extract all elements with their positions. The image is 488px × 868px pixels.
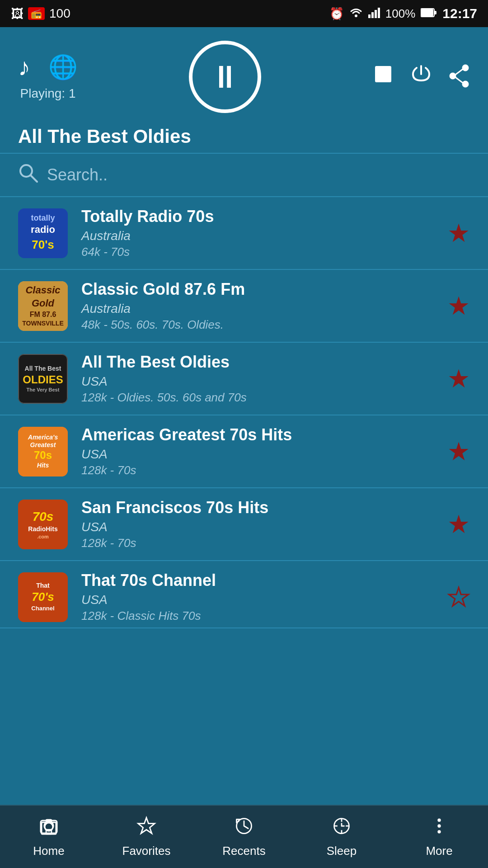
station-info: That 70s Channel USA 128k - Classic Hits… xyxy=(81,571,434,623)
station-item[interactable]: 70s RadioHits .com San Franciscos 70s Hi… xyxy=(0,488,488,561)
counter-label: 100 xyxy=(49,6,70,21)
station-item[interactable]: That 70's Channel That 70s Channel USA 1… xyxy=(0,561,488,628)
svg-point-9 xyxy=(463,65,468,71)
now-playing-section: All The Best Oldies xyxy=(0,118,488,153)
search-input[interactable] xyxy=(47,165,470,184)
recents-label: Recents xyxy=(222,844,265,858)
station-list: totally radio 70's Totally Radio 70s Aus… xyxy=(0,197,488,628)
alarm-icon: ⏰ xyxy=(329,7,344,21)
share-button[interactable] xyxy=(448,64,470,90)
player-header: ♪ 🌐 Playing: 1 ⏸ xyxy=(0,27,488,118)
station-name: San Franciscos 70s Hits xyxy=(81,498,434,517)
station-info: Americas Greatest 70s Hits USA 128k - 70… xyxy=(81,425,434,477)
favorite-star[interactable]: ★ xyxy=(447,291,470,321)
svg-rect-3 xyxy=(375,10,377,18)
search-bar xyxy=(0,154,488,197)
station-item[interactable]: Classic Gold FM 87.6 TOWNSVILLE Classic … xyxy=(0,270,488,343)
svg-rect-6 xyxy=(421,9,433,16)
pause-button[interactable]: ⏸ xyxy=(189,41,261,113)
pause-icon: ⏸ xyxy=(209,61,241,93)
svg-point-33 xyxy=(437,830,441,833)
svg-rect-8 xyxy=(375,66,391,82)
svg-line-13 xyxy=(455,77,463,83)
nav-recents[interactable]: Recents xyxy=(195,816,293,858)
more-icon xyxy=(429,816,449,840)
station-logo: America's Greatest 70s Hits xyxy=(18,427,68,476)
more-label: More xyxy=(426,844,452,858)
station-name: All The Best Oldies xyxy=(81,353,434,372)
nav-more[interactable]: More xyxy=(390,816,488,858)
station-meta: 48k - 50s. 60s. 70s. Oldies. xyxy=(81,318,434,332)
home-icon xyxy=(39,816,59,840)
svg-point-31 xyxy=(437,818,441,821)
bottom-nav: Home Favorites Recents xyxy=(0,805,488,868)
station-meta: 128k - Oldies. 50s. 60s and 70s xyxy=(81,391,434,405)
time-label: 12:17 xyxy=(442,6,477,21)
nav-home[interactable]: Home xyxy=(0,816,98,858)
svg-rect-2 xyxy=(371,12,374,18)
power-button[interactable] xyxy=(410,63,432,90)
now-playing-title: All The Best Oldies xyxy=(18,126,470,147)
favorites-icon xyxy=(136,816,156,840)
svg-rect-4 xyxy=(378,8,380,18)
station-country: Australia xyxy=(81,229,434,243)
wifi-icon xyxy=(349,6,363,21)
station-logo: 70s RadioHits .com xyxy=(18,500,68,549)
favorite-star[interactable]: ★ xyxy=(447,509,470,539)
status-bar: 🖼 📻 100 ⏰ 100% xyxy=(0,0,488,27)
favorite-star[interactable]: ★ xyxy=(447,437,470,466)
station-info: All The Best Oldies USA 128k - Oldies. 5… xyxy=(81,353,434,405)
station-item[interactable]: totally radio 70's Totally Radio 70s Aus… xyxy=(0,197,488,270)
svg-marker-22 xyxy=(138,817,155,833)
nav-sleep[interactable]: Sleep xyxy=(293,816,390,858)
station-logo: Classic Gold FM 87.6 TOWNSVILLE xyxy=(18,281,68,331)
app-icon: 📻 xyxy=(28,7,45,20)
station-info: San Franciscos 70s Hits USA 128k - 70s xyxy=(81,498,434,550)
station-country: USA xyxy=(81,593,434,607)
station-item[interactable]: All The Best OLDIES The Very Best All Th… xyxy=(0,343,488,415)
station-name: Classic Gold 87.6 Fm xyxy=(81,280,434,299)
photo-icon: 🖼 xyxy=(11,6,23,21)
status-right: ⏰ 100% 12:17 xyxy=(329,6,477,21)
svg-rect-16 xyxy=(42,822,56,834)
svg-point-32 xyxy=(437,824,441,827)
station-country: USA xyxy=(81,374,434,389)
station-logo: totally radio 70's xyxy=(18,208,68,258)
svg-rect-7 xyxy=(434,11,436,14)
favorites-label: Favorites xyxy=(122,844,171,858)
signal-icon xyxy=(368,6,380,21)
station-name: That 70s Channel xyxy=(81,571,434,590)
station-logo: All The Best OLDIES The Very Best xyxy=(18,354,68,404)
sleep-label: Sleep xyxy=(327,844,357,858)
sleep-icon xyxy=(332,816,352,840)
station-item[interactable]: America's Greatest 70s Hits Americas Gre… xyxy=(0,415,488,488)
playing-label: Playing: 1 xyxy=(20,86,76,101)
battery-icon xyxy=(421,6,437,21)
svg-point-11 xyxy=(463,81,468,87)
music-icon[interactable]: ♪ xyxy=(18,53,30,81)
station-logo: That 70's Channel xyxy=(18,572,68,622)
svg-point-10 xyxy=(450,73,455,79)
station-country: USA xyxy=(81,520,434,534)
station-meta: 64k - 70s xyxy=(81,245,434,259)
station-country: Australia xyxy=(81,302,434,316)
globe-icon[interactable]: 🌐 xyxy=(48,53,78,81)
favorite-star[interactable]: ★ xyxy=(447,364,470,393)
favorite-star[interactable]: ★ xyxy=(447,582,470,612)
stop-button[interactable] xyxy=(372,63,394,90)
station-country: USA xyxy=(81,447,434,462)
station-meta: 128k - 70s xyxy=(81,536,434,550)
search-icon xyxy=(18,163,38,187)
svg-line-12 xyxy=(455,69,463,75)
status-left: 🖼 📻 100 xyxy=(11,6,70,21)
battery-percent: 100% xyxy=(385,7,416,21)
player-left: ♪ 🌐 Playing: 1 xyxy=(18,53,78,101)
home-label: Home xyxy=(33,844,64,858)
nav-favorites[interactable]: Favorites xyxy=(98,816,195,858)
recents-icon xyxy=(234,816,254,840)
station-meta: 128k - Classic Hits 70s xyxy=(81,609,434,623)
station-meta: 128k - 70s xyxy=(81,463,434,477)
favorite-star[interactable]: ★ xyxy=(447,218,470,248)
station-name: Americas Greatest 70s Hits xyxy=(81,425,434,444)
station-name: Totally Radio 70s xyxy=(81,207,434,226)
